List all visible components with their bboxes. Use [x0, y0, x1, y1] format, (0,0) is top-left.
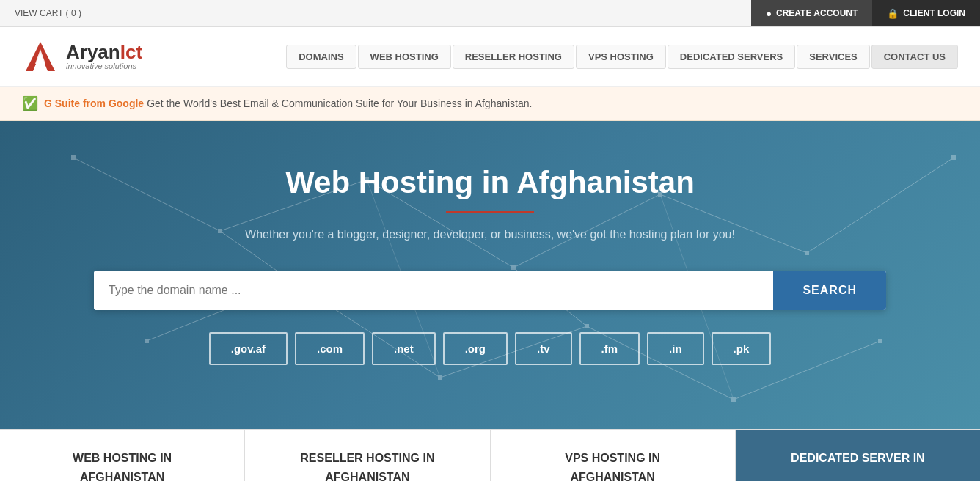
- tld-row: .gov.af .com .net .org .tv .fm .in .pk: [22, 332, 958, 365]
- nav-domains[interactable]: DOMAINS: [286, 45, 356, 69]
- create-account-button[interactable]: ● CREATE ACCOUNT: [751, 0, 872, 26]
- tld-pk[interactable]: .pk: [712, 332, 772, 365]
- tld-tv[interactable]: .tv: [515, 332, 572, 365]
- main-nav: DOMAINS WEB HOSTING RESELLER HOSTING VPS…: [286, 45, 958, 69]
- svg-rect-17: [71, 155, 76, 160]
- client-login-button[interactable]: 🔒 CLIENT LOGIN: [872, 0, 980, 26]
- card-reseller-hosting: RESELLER HOSTING IN AFGHANISTAN Start yo…: [245, 430, 490, 481]
- cart-link[interactable]: VIEW CART ( 0 ): [0, 8, 81, 18]
- header: AryanIct innovative solutions DOMAINS WE…: [0, 27, 980, 87]
- tld-org[interactable]: .org: [443, 332, 508, 365]
- search-button[interactable]: SEARCH: [773, 271, 886, 310]
- bottom-cards: WEB HOSTING IN AFGHANISTAN Affordable an…: [0, 429, 980, 481]
- card-reseller-hosting-subtitle: AFGHANISTAN: [260, 471, 475, 481]
- svg-rect-26: [438, 375, 442, 380]
- nav-reseller-hosting[interactable]: RESELLER HOSTING: [453, 45, 574, 69]
- logo-text: AryanIct innovative solutions: [66, 43, 142, 70]
- card-dedicated-server: DEDICATED SERVER IN Live Chat ∧: [736, 430, 980, 481]
- banner-text: Get the World's Best Email & Communicati…: [147, 98, 532, 109]
- nav-contact-us[interactable]: CONTACT US: [871, 45, 958, 69]
- logo-icon: [22, 38, 59, 75]
- logo-tagline: innovative solutions: [66, 62, 142, 70]
- card-dedicated-title: DEDICATED SERVER IN: [750, 452, 965, 465]
- banner-bold-text: G Suite from Google: [44, 98, 144, 109]
- logo-name-aryan: Aryan: [66, 41, 120, 63]
- nav-dedicated-servers[interactable]: DEDICATED SERVERS: [668, 45, 795, 69]
- user-icon: ●: [766, 8, 772, 19]
- card-vps-hosting-title: VPS HOSTING IN: [505, 452, 720, 465]
- svg-rect-28: [731, 397, 736, 402]
- top-bar-actions: ● CREATE ACCOUNT 🔒 CLIENT LOGIN: [751, 0, 980, 26]
- nav-services[interactable]: SERVICES: [797, 45, 870, 69]
- hero-divider: [446, 211, 534, 213]
- domain-search-input[interactable]: [94, 271, 773, 310]
- card-vps-hosting: VPS HOSTING IN AFGHANISTAN Scalable and …: [491, 430, 736, 481]
- hero-section: Web Hosting in Afghanistan Whether you'r…: [0, 121, 980, 429]
- check-icon: ✅: [22, 95, 38, 111]
- tld-net[interactable]: .net: [372, 332, 436, 365]
- card-web-hosting-title: WEB HOSTING IN: [15, 452, 230, 465]
- tld-fm[interactable]: .fm: [579, 332, 640, 365]
- card-vps-hosting-subtitle: AFGHANISTAN: [505, 471, 720, 481]
- tld-in[interactable]: .in: [647, 332, 704, 365]
- svg-rect-23: [951, 155, 956, 160]
- card-reseller-hosting-title: RESELLER HOSTING IN: [260, 452, 475, 465]
- top-bar: VIEW CART ( 0 ) ● CREATE ACCOUNT 🔒 CLIEN…: [0, 0, 980, 27]
- lock-icon: 🔒: [887, 8, 899, 19]
- card-web-hosting: WEB HOSTING IN AFGHANISTAN Affordable an…: [0, 430, 245, 481]
- tld-com[interactable]: .com: [295, 332, 365, 365]
- hero-title: Web Hosting in Afghanistan: [22, 165, 958, 200]
- hero-content: Web Hosting in Afghanistan Whether you'r…: [22, 165, 958, 365]
- hero-subtitle: Whether you're a blogger, designer, deve…: [22, 228, 958, 241]
- logo-name-ict: Ict: [120, 41, 142, 63]
- nav-vps-hosting[interactable]: VPS HOSTING: [576, 45, 666, 69]
- card-web-hosting-subtitle: AFGHANISTAN: [15, 471, 230, 481]
- tld-gov-af[interactable]: .gov.af: [209, 332, 288, 365]
- nav-web-hosting[interactable]: WEB HOSTING: [358, 45, 451, 69]
- domain-search-box: SEARCH: [94, 271, 886, 310]
- logo[interactable]: AryanIct innovative solutions: [22, 38, 142, 75]
- promo-banner: ✅ G Suite from Google Get the World's Be…: [0, 87, 980, 121]
